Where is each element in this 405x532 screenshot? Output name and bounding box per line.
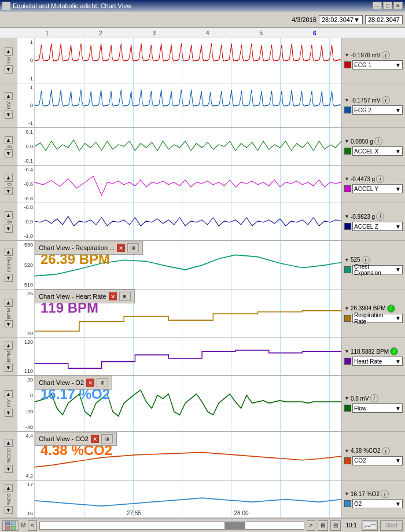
svg-rect-8 [5,526,10,530]
accely-channel-select[interactable]: ACCEL Y▼ [352,184,403,193]
ecg2-expand[interactable]: ▲ [5,92,13,100]
accelz-channel-select[interactable]: ACCEL Z▼ [352,222,403,231]
subview-o2-icon[interactable]: ⊞ [97,378,108,387]
accely-axis-label: g [6,183,12,186]
ecg1-channel-select[interactable]: ECG 1▼ [352,60,403,69]
ecg1-right-panel: ▼ -0.1976 mV i ECG 1▼ [341,38,405,83]
minimize-button[interactable]: — [373,2,382,10]
flow-expand[interactable]: ▲ [5,390,13,398]
co2-collapse[interactable]: ▼ [5,465,13,473]
preview-btn[interactable] [362,520,378,531]
next-button[interactable]: > [307,520,316,531]
accely-info[interactable]: i [376,175,384,183]
hr-channel-select[interactable]: Heart Rate▼ [352,357,403,366]
subview-co2-close[interactable]: ✕ [91,435,99,443]
flow-collapse[interactable]: ▼ [5,409,13,417]
channel-respiration-rate: ▲ BPM ▼ 25 20 Chart View - Heart Rate ✕ … [0,289,405,338]
hr-collapse[interactable]: ▼ [5,364,13,372]
toc-button[interactable] [2,520,19,531]
fit-btn[interactable]: ⊞ [318,520,328,531]
subview-respiration-icon[interactable]: ⊞ [127,243,139,252]
o2-left-controls: ▲ %O2 ▼ [0,480,17,518]
ecg2-collapse[interactable]: ▼ [5,111,13,119]
co2-channel-select[interactable]: CO2▼ [352,456,403,465]
resp-info[interactable]: i [387,304,395,313]
flow-channel-select[interactable]: Flow▼ [352,403,403,413]
subview-heartrate-icon[interactable]: ⊞ [119,292,131,301]
accelx-y-axis: 0.1 0.0 -0.1 [17,128,35,165]
subview-heartrate-close[interactable]: ✕ [109,292,117,300]
chest-right-panel: ▼ 525 i Chest Expansion▼ [341,241,405,289]
co2-info[interactable]: i [382,447,390,455]
o2-info[interactable]: i [381,490,389,498]
time-ruler: 1 2 3 4 5 6 [0,28,405,38]
resp-channel-select[interactable]: Respiration Rate▼ [352,314,403,323]
accelx-color-swatch [344,148,351,155]
subview-o2: Chart View - O2 ✕ ⊞ [35,376,112,390]
accelx-canvas [35,128,341,165]
flow-info[interactable]: i [370,394,378,402]
ecg1-label-row: ECG 1▼ [344,60,403,69]
respiration-rate-label: Respiration Rate [354,312,395,325]
subview-heartrate-label: Chart View - Heart Rate [39,293,106,300]
zoom-btn[interactable]: ⊟ [330,520,341,531]
hr-y-axis: 120 110 [17,338,35,375]
maximize-button[interactable]: □ [383,2,392,10]
ecg2-info[interactable]: i [382,96,390,104]
chest-collapse[interactable]: ▼ [5,274,13,282]
ecg2-channel-select[interactable]: ECG 2▼ [352,105,403,115]
accelx-axis-label: g [6,145,12,148]
hr-expand[interactable]: ▲ [5,342,13,350]
accely-collapse[interactable]: ▼ [5,187,13,195]
flow-axis-label: mV [6,399,12,408]
chest-channel-select[interactable]: Chest Expansion▼ [352,265,403,274]
accelz-expand[interactable]: ▲ [5,211,13,219]
accelz-collapse[interactable]: ▼ [5,225,13,233]
scroll-bar[interactable] [39,522,304,530]
resp-collapse[interactable]: ▼ [5,320,13,328]
subview-co2-label: Chart View - CO2 [39,435,89,442]
ecg1-collapse[interactable]: ▼ [5,65,13,74]
subview-co2-icon[interactable]: ⊞ [101,434,113,443]
accelx-info[interactable]: i [374,137,382,145]
accely-expand[interactable]: ▲ [5,174,13,182]
ecg1-expand[interactable]: ▲ [5,47,13,56]
prev-button[interactable]: < [28,520,37,531]
o2-collapse[interactable]: ▼ [5,506,13,514]
heart-rate-label: Heart Rate [354,358,382,365]
chest-y-axis: 530 520 510 [17,241,35,289]
o2-expand[interactable]: ▲ [5,484,13,492]
ruler-mark-5: 5 [259,30,263,36]
toolbar-time-dropdown[interactable]: 28:02.3047 ▼ [319,15,363,24]
accelx-value: ▼ 0.0850 g i [344,137,403,145]
toolbar-timecode: 28:02.3047 [365,15,403,24]
ruler-marks: 1 2 3 4 5 6 [20,30,405,36]
channel-accelz: ▲ g ▼ -0.8 -0.9 -1.0 ▼ -0.9823 g i [0,203,405,241]
subview-o2-close[interactable]: ✕ [86,379,94,387]
subview-respiration-label: Chart View - Respiration ... [39,244,115,251]
subview-respiration-close[interactable]: ✕ [117,244,125,252]
svg-rect-6 [5,522,10,525]
accelx-collapse[interactable]: ▼ [5,149,13,157]
accely-y-axis: -0.4 -0.6 -0.8 [17,166,35,203]
chest-info[interactable]: i [362,256,370,264]
chest-expand[interactable]: ▲ [5,248,13,256]
zoom-level: 10:1 [345,522,356,529]
o2-label-row: O2▼ [344,499,403,508]
hr-info[interactable]: i [390,347,398,355]
ecg2-label-row: ECG 2▼ [344,105,403,115]
resp-value: ▼ 26.3904 BPM i [344,304,403,313]
accelz-info[interactable]: i [376,212,384,221]
start-button[interactable]: Start [380,520,403,531]
close-button[interactable]: ✕ [393,2,403,10]
ecg1-info[interactable]: i [382,51,390,59]
resp-expand[interactable]: ▲ [5,299,13,307]
o2-channel-select[interactable]: O2▼ [352,499,403,508]
co2-expand[interactable]: ▲ [5,439,13,447]
ruler-mark-6: 6 [313,30,316,36]
accelx-channel-select[interactable]: ACCEL X▼ [352,146,403,156]
flow-canvas: Chart View - O2 ✕ ⊞ 16.17 %O2 [35,376,341,431]
accelx-expand[interactable]: ▲ [5,136,13,144]
co2-axis-label: %CO2 [6,448,12,464]
window-controls[interactable]: — □ ✕ [373,2,403,10]
